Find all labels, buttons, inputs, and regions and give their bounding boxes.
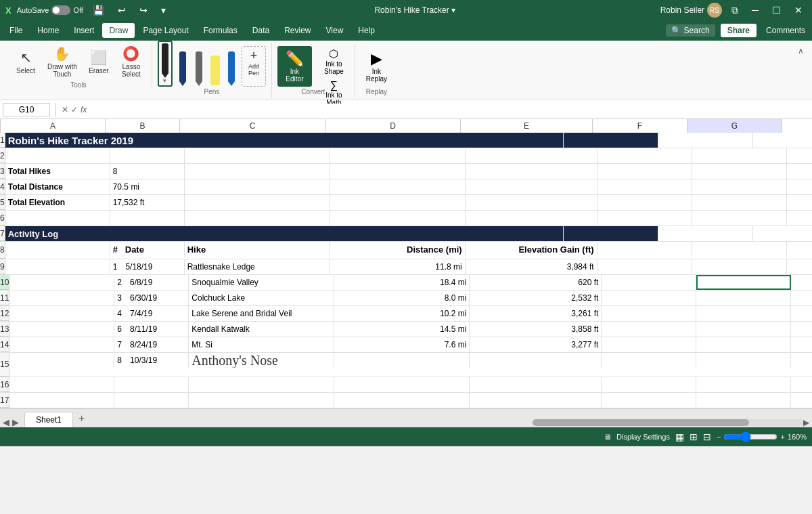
select-button[interactable]: ↖ Select <box>11 47 41 77</box>
cell-9h[interactable] <box>787 259 812 274</box>
row-header-7[interactable]: 7 <box>0 226 5 241</box>
cell-4h[interactable] <box>787 179 812 194</box>
cell-3h[interactable] <box>787 164 812 179</box>
hike-7-num-date[interactable]: 810/3/19 <box>114 353 189 368</box>
eraser-button[interactable]: ⬜ Eraser <box>84 47 114 77</box>
row-header-15[interactable]: 15 <box>0 353 9 377</box>
cell-13a[interactable] <box>9 322 114 337</box>
total-distance-value[interactable]: 70.5 mi <box>110 179 185 194</box>
row-header-6[interactable]: 6 <box>0 211 5 226</box>
autosave-toggle[interactable] <box>51 5 70 15</box>
cell-10f[interactable] <box>602 275 696 290</box>
cell-13g[interactable] <box>696 322 791 337</box>
cell-17b[interactable] <box>114 393 189 408</box>
cell-11f[interactable] <box>602 291 696 305</box>
confirm-formula-icon[interactable]: ✓ <box>71 105 78 114</box>
pen-black[interactable]: ▾ <box>158 41 173 87</box>
menu-insert[interactable]: Insert <box>67 23 101 38</box>
menu-file[interactable]: File <box>3 23 29 38</box>
cell-2d[interactable] <box>330 148 466 163</box>
row-header-2[interactable]: 2 <box>0 148 5 163</box>
cell-10a[interactable] <box>9 275 114 290</box>
cell-13f[interactable] <box>602 322 696 337</box>
cell-9f[interactable] <box>597 259 692 274</box>
cell-5g[interactable] <box>692 195 787 210</box>
hike-2-num-date[interactable]: 26/8/19 <box>114 275 189 290</box>
zoom-in-icon[interactable]: + <box>780 433 784 441</box>
hike-2-elevation[interactable]: 620 ft <box>470 275 602 290</box>
hike-5-name[interactable]: Kendall Katwalk <box>189 322 334 337</box>
hike-5-num-date[interactable]: 68/11/19 <box>114 322 189 337</box>
hike-1-elevation[interactable]: 3,984 ft <box>466 259 597 274</box>
cell-6d[interactable] <box>330 211 466 226</box>
cell-16b[interactable] <box>114 377 189 392</box>
page-break-btn[interactable]: ⊟ <box>703 431 711 442</box>
row-header-11[interactable]: 11 <box>0 291 9 305</box>
cell-3c[interactable] <box>185 164 330 179</box>
cell-6a[interactable] <box>5 211 110 226</box>
col-header-g[interactable]: G <box>687 119 782 133</box>
row-header-17[interactable]: 17 <box>0 393 9 408</box>
cell-17c[interactable] <box>189 393 334 408</box>
hike-2-distance[interactable]: 18.4 mi <box>334 275 470 290</box>
cell-3g[interactable] <box>692 164 787 179</box>
row-header-13[interactable]: 13 <box>0 322 9 337</box>
lasso-select-button[interactable]: ⭕ LassoSelect <box>116 43 146 80</box>
cell-8a[interactable] <box>5 242 110 257</box>
cell-16e[interactable] <box>470 377 602 392</box>
cell-7g[interactable] <box>658 226 753 241</box>
cell-8f[interactable] <box>597 242 692 257</box>
cell-11g[interactable] <box>696 291 791 305</box>
cell-5h[interactable] <box>787 195 812 210</box>
cell-17d[interactable] <box>334 393 470 408</box>
activity-log-title[interactable]: Activity Log <box>5 226 564 241</box>
col-header-b[interactable]: B <box>106 119 180 133</box>
row-header-5[interactable]: 5 <box>0 195 5 210</box>
header-hike[interactable]: Hike <box>185 242 330 257</box>
cell-2g[interactable] <box>692 148 787 163</box>
cell-7h[interactable] <box>753 226 812 241</box>
hike-6-distance[interactable]: 7.6 mi <box>334 337 470 352</box>
hike-1-num-date[interactable]: 15/18/19 <box>110 259 185 274</box>
hike-3-elevation[interactable]: 2,532 ft <box>470 291 602 305</box>
hike-4-name[interactable]: Lake Serene and Bridal Veil <box>189 306 334 321</box>
cell-14f[interactable] <box>602 337 696 352</box>
menu-review[interactable]: Review <box>277 23 317 38</box>
header-distance[interactable]: Distance (mi) <box>330 242 466 257</box>
normal-view-btn[interactable]: ▦ <box>675 431 684 442</box>
cell-1f[interactable] <box>564 133 658 148</box>
col-header-d[interactable]: D <box>325 119 461 133</box>
cell-6h[interactable] <box>787 211 812 226</box>
hike-5-elevation[interactable]: 3,858 ft <box>470 322 602 337</box>
cell-16c[interactable] <box>189 377 334 392</box>
total-hikes-label[interactable]: Total Hikes <box>5 164 110 179</box>
cell-9g[interactable] <box>692 259 787 274</box>
cell-12f[interactable] <box>602 306 696 321</box>
cell-3d[interactable] <box>330 164 466 179</box>
header-elevation[interactable]: Elevation Gain (ft) <box>466 242 597 257</box>
hike-7-elevation[interactable] <box>470 353 602 368</box>
cell-8h[interactable] <box>787 242 812 257</box>
row-header-3[interactable]: 3 <box>0 164 5 179</box>
hike-1-distance[interactable]: 11.8 mi <box>330 259 466 274</box>
cell-5d[interactable] <box>330 195 466 210</box>
cell-2f[interactable] <box>597 148 692 163</box>
cell-2h[interactable] <box>787 148 812 163</box>
total-distance-label[interactable]: Total Distance <box>5 179 110 194</box>
tab-nav-left[interactable]: ◀ <box>3 417 9 427</box>
col-header-f[interactable]: F <box>593 119 687 133</box>
cell-4d[interactable] <box>330 179 466 194</box>
hike-6-name[interactable]: Mt. Si <box>189 337 334 352</box>
add-pen-button[interactable]: + AddPen <box>242 46 266 87</box>
menu-data[interactable]: Data <box>246 23 276 38</box>
hike-3-name[interactable]: Colchuck Lake <box>189 291 334 305</box>
cell-5c[interactable] <box>185 195 330 210</box>
cell-4f[interactable] <box>597 179 692 194</box>
sheet1-tab[interactable]: Sheet1 <box>24 412 73 427</box>
cell-5f[interactable] <box>597 195 692 210</box>
scroll-right-btn[interactable]: ▶ <box>803 418 809 427</box>
cell-15h[interactable] <box>791 353 812 368</box>
cell-2a[interactable] <box>5 148 110 163</box>
row-header-10[interactable]: 10 <box>0 275 9 290</box>
cell-16d[interactable] <box>334 377 470 392</box>
